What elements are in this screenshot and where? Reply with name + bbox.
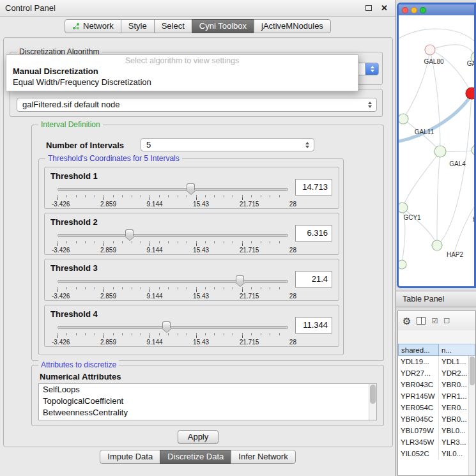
close-icon[interactable]: ✕: [381, 3, 388, 13]
tick-label: 15.43: [193, 247, 209, 254]
slider-minor-ticks: [58, 333, 288, 335]
tick-label: 2.859: [100, 293, 116, 300]
list-scrollbar[interactable]: [369, 384, 376, 420]
network-canvas[interactable]: GAL80GAGAL11GAL4GCY1HHAP2: [399, 15, 474, 286]
gear-icon[interactable]: ⚙: [403, 316, 411, 326]
network-edge: [452, 207, 474, 258]
slider-thumb[interactable]: [162, 321, 171, 328]
network-node[interactable]: [425, 45, 435, 55]
tick-label: 21.715: [240, 247, 259, 254]
tick-label: 9.144: [147, 247, 163, 254]
slider-track[interactable]: [58, 326, 288, 329]
network-node[interactable]: [434, 146, 446, 157]
table-row[interactable]: YPR145W YPR1...: [398, 390, 468, 402]
network-node[interactable]: [472, 145, 474, 155]
slider-track[interactable]: [58, 188, 288, 191]
column-header[interactable]: shared...: [398, 344, 439, 356]
unselect-all-icon[interactable]: ☐: [443, 318, 450, 325]
network-node[interactable]: [399, 260, 406, 269]
tick-label: 28: [289, 201, 296, 208]
tick-label: 2.859: [100, 339, 116, 346]
table-row[interactable]: YBR045C YBR0...: [398, 413, 468, 425]
table-data-combo[interactable]: galFiltered.sif default node: [17, 98, 377, 112]
slider-track[interactable]: [58, 234, 288, 237]
thresholds-group: Threshold's Coordinates for 5 Intervals …: [38, 158, 344, 355]
threshold-1-slider[interactable]: -3.4262.8599.14415.4321.71528: [58, 185, 288, 207]
threshold-3-slider[interactable]: -3.4262.8599.14415.4321.71528: [58, 277, 288, 299]
float-panel-icon[interactable]: [365, 5, 372, 11]
table-row[interactable]: YBL079W YBL0...: [398, 425, 468, 436]
slider-thumb[interactable]: [236, 275, 244, 282]
control-panel-titlebar: Control Panel ✕: [0, 0, 395, 17]
column-header[interactable]: n...: [439, 344, 475, 356]
threshold-3-box: Threshold 3 -3.4262.8599.14415.4321.7152…: [44, 259, 339, 301]
list-item[interactable]: BetweennessCentrality: [39, 407, 376, 418]
tab-style[interactable]: Style: [121, 19, 155, 33]
table-row[interactable]: YDL19... YDL1...: [398, 356, 468, 367]
list-item[interactable]: SelfLoops: [39, 384, 376, 395]
tick-label: 21.715: [240, 293, 259, 300]
tab-cyni-toolbox[interactable]: Cyni Toolbox: [192, 19, 254, 33]
bottom-tab-bar: Impute Data Discretize Data Infer Networ…: [0, 450, 395, 464]
tick-label: 28: [289, 247, 296, 254]
slider-track[interactable]: [58, 280, 288, 283]
scrollbar-thumb[interactable]: [370, 385, 376, 404]
tab-select[interactable]: Select: [154, 19, 192, 33]
attributes-group-title: Attributes to discretize: [38, 360, 119, 370]
network-node[interactable]: [432, 240, 442, 250]
tab-network[interactable]: Network: [65, 19, 121, 33]
table-data-group: Table Data galFiltered.sif default node: [10, 89, 383, 117]
node-label: GAL4: [449, 160, 466, 167]
tab-impute-data[interactable]: Impute Data: [100, 450, 160, 464]
table-row[interactable]: YLR345W YLR3...: [398, 436, 468, 448]
threshold-2-label: Threshold 2: [50, 217, 98, 227]
network-window-titlebar: [399, 4, 474, 15]
table-cell: YDR2...: [439, 367, 468, 379]
top-tab-bar: Network Style Select Cyni Toolbox jActiv…: [0, 19, 395, 33]
table-row[interactable]: YDR27... YDR2...: [398, 367, 468, 379]
select-all-icon[interactable]: ☑: [431, 318, 438, 325]
table-panel-bar: Table Panel: [396, 291, 476, 307]
slider-thumb[interactable]: [187, 183, 195, 190]
menu-item-equal-width-frequency[interactable]: Equal Width/Frequency Discretization: [6, 77, 358, 88]
columns-icon[interactable]: [417, 317, 426, 325]
control-panel-window: Control Panel ✕ Network Style Select Cyn…: [0, 0, 396, 476]
network-node[interactable]: [466, 88, 474, 99]
algorithm-dropdown-menu: Select algorithm to view settings Manual…: [6, 54, 358, 91]
threshold-4-label: Threshold 4: [50, 309, 98, 319]
network-edge: [403, 151, 440, 208]
threshold-3-value-field[interactable]: 21.4: [295, 271, 332, 288]
threshold-2-value-field[interactable]: 6.316: [295, 225, 332, 242]
table-row[interactable]: YBR043C YBR0...: [398, 379, 468, 390]
table-cell: YER0...: [439, 402, 468, 413]
zoom-traffic-light[interactable]: [420, 7, 426, 13]
tab-infer-network[interactable]: Infer Network: [231, 450, 295, 464]
cyni-toolbox-panel: Discretization Algorithm Select algorith…: [3, 37, 393, 447]
menu-item-manual-discretization[interactable]: Manual Discretization: [6, 66, 358, 77]
tab-jactivemnodules[interactable]: jActiveMNodules: [254, 19, 331, 33]
apply-button[interactable]: Apply: [178, 430, 219, 444]
network-node[interactable]: [399, 203, 408, 213]
list-item[interactable]: TopologicalCoefficient: [39, 395, 376, 407]
table-row[interactable]: YER054C YER0...: [398, 402, 468, 413]
table-cell: YBL079W: [398, 425, 439, 436]
threshold-4-box: Threshold 4 -3.4262.8599.14415.4321.7152…: [44, 305, 339, 347]
tick-label: 21.715: [240, 201, 259, 208]
interval-definition-title: Interval Definition: [38, 120, 103, 130]
scrollbar-thumb[interactable]: [470, 357, 475, 385]
attributes-list[interactable]: SelfLoopsTopologicalCoefficientBetweenne…: [38, 383, 377, 420]
network-node[interactable]: [399, 114, 408, 124]
slider-thumb[interactable]: [125, 229, 134, 236]
threshold-2-slider[interactable]: -3.4262.8599.14415.4321.71528: [58, 231, 288, 253]
table-row[interactable]: YIL052C YIL0...: [398, 448, 468, 459]
table-scrollbar[interactable]: [468, 356, 475, 475]
tab-discretize-data[interactable]: Discretize Data: [160, 450, 231, 464]
threshold-4-value-field[interactable]: 11.344: [295, 317, 332, 334]
close-traffic-light[interactable]: [402, 7, 408, 13]
thresholds-group-title: Threshold's Coordinates for 5 Intervals: [45, 154, 182, 164]
threshold-1-value-field[interactable]: 14.713: [295, 179, 332, 196]
minimize-traffic-light[interactable]: [411, 7, 417, 13]
threshold-4-slider[interactable]: -3.4262.8599.14415.4321.71528: [58, 323, 288, 345]
num-intervals-combo[interactable]: 5: [141, 138, 314, 151]
slider-minor-ticks: [58, 195, 288, 197]
